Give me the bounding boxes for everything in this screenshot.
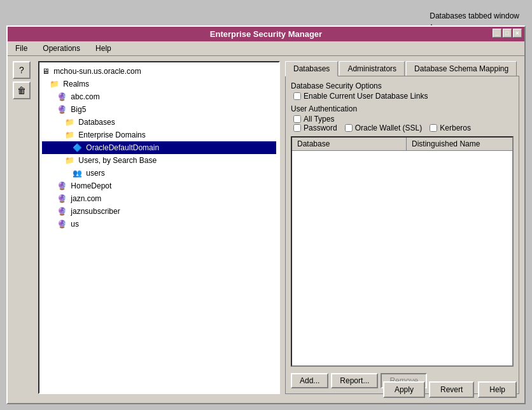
diamond-icon: 🔷: [73, 143, 82, 152]
tree-node-jaznsubscriber[interactable]: 🔮 jaznsubscriber: [42, 205, 276, 218]
sphere-icon: 🔮: [57, 220, 67, 229]
tree-node-label: abc.com: [71, 92, 99, 101]
tab-administrators[interactable]: Administrators: [339, 61, 405, 76]
all-types-row: All Types: [291, 115, 514, 124]
folder-icon: 📁: [65, 156, 74, 165]
user-auth-section: User Authentication All Types Password O…: [291, 104, 514, 132]
tree-node-databases[interactable]: 📁 Databases: [42, 116, 276, 129]
enable-db-links-checkbox[interactable]: [293, 92, 301, 100]
tree-node-abc[interactable]: 🔮 abc.com: [42, 90, 276, 103]
user-icon: 👥: [73, 169, 82, 178]
tabs: Databases Administrators Database Schema…: [285, 61, 519, 76]
tab-databases[interactable]: Databases: [285, 61, 338, 76]
content-area: ? 🗑 🖥 mchou-sun.us.oracle.com 📁 Realms 🔮…: [8, 56, 524, 399]
enable-db-links-label: Enable Current User Database Links: [304, 92, 428, 101]
db-security-label: Database Security Options: [291, 81, 514, 90]
user-auth-label: User Authentication: [291, 104, 514, 113]
tree-node-label: jazn.com: [71, 194, 101, 203]
folder-icon: 📁: [50, 80, 59, 88]
col-distinguished-name: Distinguished Name: [407, 138, 512, 150]
trash-icon-button[interactable]: 🗑: [13, 81, 31, 99]
menu-bar: File Operations Help: [8, 41, 524, 56]
oracle-wallet-checkbox[interactable]: [345, 124, 353, 132]
tree-node-oracle-default-domain[interactable]: 🔷 OracleDefaultDomain: [42, 141, 276, 154]
tree-node-enterprise-domains[interactable]: 📁 Enterprise Domains: [42, 129, 276, 141]
tree-node-homedepot[interactable]: 🔮 HomeDepot: [42, 180, 276, 192]
apply-button[interactable]: Apply: [383, 381, 425, 398]
all-types-checkbox[interactable]: [293, 115, 301, 123]
question-icon: ?: [19, 65, 24, 75]
tree-node-label: jaznsubscriber: [71, 207, 120, 216]
title-bar-buttons: _ □ ×: [493, 29, 522, 38]
tree-node-label: Big5: [71, 105, 86, 114]
tree-node-label: mchou-sun.us.oracle.com: [53, 67, 141, 76]
kerberos-label: Kerberos: [440, 124, 471, 132]
title-bar: Enterprise Security Manager _ □ ×: [8, 27, 524, 41]
side-buttons: ? 🗑: [13, 61, 33, 394]
computer-icon: 🖥: [42, 67, 50, 76]
tree-node-realms[interactable]: 📁 Realms: [42, 78, 276, 90]
menu-file[interactable]: File: [13, 43, 30, 54]
tree-node-us[interactable]: 🔮 us: [42, 218, 276, 230]
menu-operations[interactable]: Operations: [40, 43, 83, 54]
db-security-section: Database Security Options Enable Current…: [291, 81, 514, 101]
password-checkbox[interactable]: [293, 124, 301, 132]
sphere-icon: 🔮: [57, 181, 67, 190]
tree-node-label: HomeDepot: [71, 181, 111, 190]
folder-icon: 📁: [65, 131, 74, 139]
table-header: Database Distinguished Name: [292, 138, 512, 151]
tree-node-label: us: [71, 220, 79, 229]
help-icon-button[interactable]: ?: [13, 61, 31, 79]
oracle-wallet-label: Oracle Wallet (SSL): [355, 124, 423, 132]
auth-types-group: Password Oracle Wallet (SSL) Kerberos: [291, 124, 514, 132]
tree-node-users[interactable]: 👥 users: [42, 167, 276, 180]
tree-node-root[interactable]: 🖥 mchou-sun.us.oracle.com: [42, 65, 276, 78]
main-window: Enterprise Security Manager _ □ × File O…: [6, 25, 526, 404]
sphere-icon: 🔮: [57, 194, 67, 203]
enable-db-links-row: Enable Current User Database Links: [291, 92, 514, 101]
table-body[interactable]: [292, 151, 512, 365]
sphere-icon: 🔮: [57, 105, 67, 114]
tab-schema-mapping[interactable]: Database Schema Mapping: [406, 61, 517, 76]
col-database: Database: [292, 138, 407, 150]
tree-node-label: Users, by Search Base: [78, 156, 157, 165]
trash-icon: 🗑: [17, 85, 26, 95]
tree-node-label: OracleDefaultDomain: [86, 143, 159, 152]
kerberos-checkbox[interactable]: [430, 124, 437, 132]
sphere-icon: 🔮: [57, 92, 67, 101]
annotation-text: Databases tabbed window: [430, 11, 519, 20]
menu-help[interactable]: Help: [93, 43, 114, 54]
kerberos-option: Kerberos: [430, 124, 471, 132]
minimize-button[interactable]: _: [493, 29, 501, 38]
tree-node-big5[interactable]: 🔮 Big5: [42, 103, 276, 116]
close-button[interactable]: ×: [513, 29, 522, 38]
report-button[interactable]: Report...: [331, 373, 378, 388]
oracle-wallet-option: Oracle Wallet (SSL): [345, 124, 423, 132]
tree-node-label: Realms: [63, 80, 89, 88]
right-panel: Databases Administrators Database Schema…: [285, 61, 519, 394]
sphere-icon: 🔮: [57, 207, 67, 216]
tree-panel[interactable]: 🖥 mchou-sun.us.oracle.com 📁 Realms 🔮 abc…: [38, 61, 280, 394]
bottom-bar: Apply Revert Help: [383, 381, 517, 398]
password-label: Password: [304, 124, 337, 132]
tree-node-label: users: [86, 169, 104, 178]
tree-node-users-search-base[interactable]: 📁 Users, by Search Base: [42, 154, 276, 167]
tree-node-jazn[interactable]: 🔮 jazn.com: [42, 192, 276, 205]
panel-content: Database Security Options Enable Current…: [285, 76, 519, 394]
add-button[interactable]: Add...: [291, 373, 328, 388]
folder-icon: 📁: [65, 118, 74, 127]
tree-node-label: Databases: [78, 118, 115, 127]
window-title: Enterprise Security Manager: [210, 29, 322, 39]
all-types-label: All Types: [304, 115, 334, 124]
database-table: Database Distinguished Name: [291, 136, 514, 367]
tree-node-label: Enterprise Domains: [78, 131, 145, 139]
help-button[interactable]: Help: [478, 381, 517, 398]
revert-button[interactable]: Revert: [429, 381, 474, 398]
maximize-button[interactable]: □: [503, 29, 512, 38]
password-option: Password: [293, 124, 337, 132]
